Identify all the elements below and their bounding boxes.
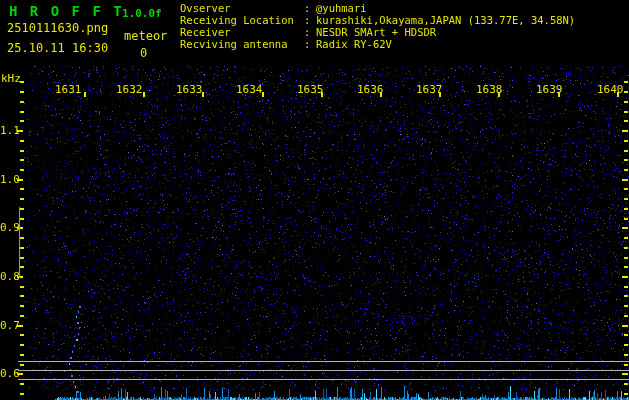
freq-major-tick <box>17 179 23 181</box>
time-label: 1634 <box>236 83 263 96</box>
freq-minor-tick-right <box>624 120 628 122</box>
freq-major-tick-right <box>622 179 628 181</box>
station-info-row: Recviving antenna:Radix RY-62V <box>180 38 575 50</box>
freq-minor-tick-right <box>624 383 628 385</box>
info-label: Recviving antenna <box>180 38 304 50</box>
freq-minor-tick-right <box>624 247 628 249</box>
info-separator: : <box>304 26 316 38</box>
station-info-row: Receiving Location:kurashiki,Okayama,JAP… <box>180 14 575 26</box>
freq-minor-tick-right <box>624 237 628 239</box>
reference-line <box>18 361 629 362</box>
freq-minor-tick-right <box>624 101 628 103</box>
station-info-row: Ovserver:@yuhmari <box>180 2 575 14</box>
freq-minor-tick <box>20 140 24 142</box>
app-title: H R O F F T <box>9 3 124 19</box>
freq-minor-tick-right <box>624 81 628 83</box>
freq-minor-tick-right <box>624 140 628 142</box>
freq-minor-tick-right <box>624 315 628 317</box>
freq-minor-tick-right <box>624 393 628 395</box>
freq-minor-tick <box>20 383 24 385</box>
time-minute-tick <box>84 92 86 97</box>
station-info-block: Ovserver:@yuhmariReceiving Location:kura… <box>180 2 575 50</box>
freq-minor-tick <box>20 120 24 122</box>
freq-minor-tick <box>20 257 24 259</box>
freq-minor-tick <box>20 247 24 249</box>
freq-tick-label: 1.1 <box>0 124 16 137</box>
time-label: 1633 <box>176 83 203 96</box>
freq-minor-tick-right <box>624 286 628 288</box>
freq-minor-tick-right <box>624 150 628 152</box>
time-minute-tick <box>143 92 145 97</box>
hrofft-window: kHz 1.11.00.90.80.70.6163116321633163416… <box>0 0 629 400</box>
time-label: 1632 <box>116 83 143 96</box>
freq-minor-tick <box>20 266 24 268</box>
freq-minor-tick <box>20 208 24 210</box>
time-label: 1635 <box>297 83 324 96</box>
output-filename: 2510111630.png <box>7 21 108 35</box>
freq-minor-tick <box>20 81 24 83</box>
freq-minor-tick-right <box>624 344 628 346</box>
time-minute-tick <box>321 92 323 97</box>
freq-minor-tick <box>20 237 24 239</box>
freq-minor-tick-right <box>624 305 628 307</box>
scale-marker-bar <box>19 207 20 278</box>
info-label: Ovserver <box>180 2 304 14</box>
time-label: 1640 <box>597 83 624 96</box>
freq-major-tick <box>17 325 23 327</box>
meteor-counter-value: 0 <box>140 46 147 60</box>
freq-major-tick <box>17 373 23 375</box>
freq-minor-tick <box>20 159 24 161</box>
freq-minor-tick <box>20 295 24 297</box>
info-separator: : <box>304 2 316 14</box>
freq-minor-tick <box>20 286 24 288</box>
freq-minor-tick <box>20 305 24 307</box>
freq-minor-tick-right <box>624 364 628 366</box>
time-minute-tick <box>380 92 382 97</box>
meteor-counter-label: meteor <box>124 29 167 43</box>
freq-minor-tick-right <box>624 159 628 161</box>
record-datetime: 25.10.11 16:30 <box>7 41 108 55</box>
freq-minor-tick-right <box>624 257 628 259</box>
info-separator: : <box>304 38 316 50</box>
freq-minor-tick <box>20 218 24 220</box>
freq-minor-tick-right <box>624 334 628 336</box>
freq-minor-tick-right <box>624 169 628 171</box>
freq-minor-tick <box>20 354 24 356</box>
freq-minor-tick-right <box>624 188 628 190</box>
time-minute-tick <box>558 92 560 97</box>
freq-minor-tick-right <box>624 208 628 210</box>
freq-minor-tick <box>20 188 24 190</box>
freq-minor-tick-right <box>624 266 628 268</box>
freq-minor-tick <box>20 101 24 103</box>
freq-tick-label: 1.0 <box>0 173 16 186</box>
info-separator: : <box>304 14 316 26</box>
time-minute-tick <box>498 92 500 97</box>
freq-unit-label: kHz <box>1 72 21 85</box>
time-minute-tick <box>202 92 204 97</box>
freq-minor-tick-right <box>624 91 628 93</box>
freq-major-tick-right <box>622 325 628 327</box>
freq-minor-tick <box>20 364 24 366</box>
freq-minor-tick-right <box>624 295 628 297</box>
reference-line <box>18 370 629 371</box>
freq-minor-tick <box>20 198 24 200</box>
freq-minor-tick <box>20 344 24 346</box>
freq-minor-tick <box>20 315 24 317</box>
freq-minor-tick <box>20 393 24 395</box>
app-version: 1.0.0f <box>122 7 162 20</box>
info-label: Receiver <box>180 26 304 38</box>
info-value: kurashiki,Okayama,JAPAN (133.77E, 34.58N… <box>316 14 575 26</box>
freq-minor-tick-right <box>624 111 628 113</box>
spectrogram-noise-canvas <box>0 0 629 400</box>
freq-tick-label: 0.8 <box>0 270 16 283</box>
time-label: 1631 <box>55 83 82 96</box>
time-minute-tick <box>439 92 441 97</box>
freq-major-tick <box>17 130 23 132</box>
info-value: NESDR SMArt + HDSDR <box>316 26 436 38</box>
time-minute-tick <box>617 92 619 97</box>
freq-minor-tick <box>20 169 24 171</box>
info-value: Radix RY-62V <box>316 38 392 50</box>
freq-major-tick-right <box>622 373 628 375</box>
freq-minor-tick <box>20 334 24 336</box>
time-minute-tick <box>262 92 264 97</box>
